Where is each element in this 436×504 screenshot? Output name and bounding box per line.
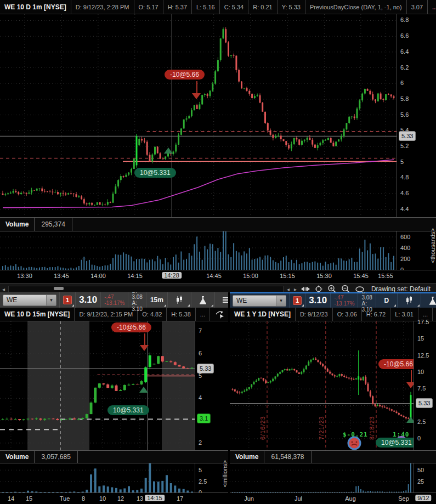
bid-value: B: 3.08: [361, 292, 372, 301]
open-cell: O: 3.06: [333, 308, 362, 321]
volume-unit: <thousands>: [429, 228, 436, 263]
price-tick: 2.5: [417, 418, 426, 425]
time-tick: 8: [82, 495, 85, 502]
time-tick: 14: [8, 495, 14, 502]
symbol-text: WE: [3, 296, 46, 304]
chart-title: WE 1 Y 1D [NYSE]: [230, 308, 296, 321]
price-chart-1m[interactable]: -10@5.66 10@5.331: [0, 14, 397, 217]
volume-chart-15m: [0, 463, 195, 492]
close-cell: C: 5.34: [220, 0, 248, 14]
time-axis-row: 13:3013:4514:0014:1514:2814:4515:0015:15…: [0, 270, 436, 283]
chart-type-button[interactable]: [398, 293, 421, 308]
step-right-icon[interactable]: ▸: [293, 286, 298, 292]
time-tick: Sep: [398, 495, 409, 502]
time-tick: Tue: [60, 495, 70, 502]
sell-order-bubble[interactable]: -10@5.66: [378, 359, 414, 369]
menu-button[interactable]: [215, 292, 228, 308]
volume-tick: 600: [400, 234, 410, 240]
crosshair-icon[interactable]: [313, 285, 324, 292]
price-tick: 7: [199, 327, 202, 334]
scroll-left-icon[interactable]: ◂: [1, 286, 6, 292]
pan-icon[interactable]: [300, 286, 311, 292]
trading-platform: WE 10 D 1m [NYSE] D: 9/12/23, 2:28 PM O:…: [0, 0, 436, 504]
time-crosshair-badge: 14:15: [145, 495, 165, 501]
chevron-down-icon[interactable]: ▾: [46, 295, 56, 305]
chart-type-button[interactable]: [168, 292, 191, 308]
price-tick: 4.4: [400, 206, 409, 212]
symbol-toolbar: WE ▾ 1 3.10 -.47-13.17% B: 3.08A: 3.10 1…: [0, 292, 228, 308]
alert-flag-badge: 1: [63, 296, 72, 304]
time-tick: 17: [177, 495, 183, 502]
last-price: 3.10: [309, 295, 327, 306]
volume-tick: 50: [417, 467, 424, 473]
price-tick: 6.6: [400, 32, 409, 39]
bid-ask-cell: B: 3.08A: 3.10: [128, 292, 146, 308]
buy-order-bubble[interactable]: 10@5.331: [376, 438, 414, 448]
sell-order-bubble[interactable]: -10@5.66: [165, 70, 205, 80]
timeframe-button[interactable]: D: [376, 293, 398, 308]
price-tick: 4.6: [400, 190, 409, 196]
symbol-dropdown[interactable]: WE ▾: [3, 295, 56, 306]
ellipse-tool-icon[interactable]: [354, 286, 366, 293]
study-value: 3.07: [407, 0, 428, 14]
buy-order-bubble[interactable]: 10@5.331: [134, 168, 176, 178]
last-price-cell: 3.10: [76, 292, 101, 308]
price-tick: 12.5: [417, 352, 429, 359]
time-tick: 15:00: [243, 273, 258, 279]
alert-flag-badge: 1: [293, 296, 302, 305]
study-label[interactable]: PreviousDayClose (DAY, 1, -1, no): [305, 0, 407, 14]
pointer-tool-icon[interactable]: [433, 308, 436, 321]
volume-tick: 400: [400, 245, 410, 251]
chart-header: WE 10 D 15m [NYSE] D: 9/12/23, 2:15 PM O…: [0, 308, 228, 321]
price-tick: 5.8: [400, 95, 409, 102]
step-left-icon[interactable]: ◂: [286, 286, 291, 292]
volume-value: 295,374: [35, 218, 72, 231]
price-tick: 2: [199, 439, 202, 446]
more-button[interactable]: ...: [428, 0, 436, 14]
time-axis: 1415Tue810121314:1517: [0, 493, 228, 504]
drawing-set-selector[interactable]: Drawing set: Default: [368, 285, 435, 292]
volume-chart-daily: [230, 463, 414, 492]
time-tick: 15:15: [280, 273, 295, 279]
chart-scroll-row: ◂ ◂ ▸ Drawing set: Default: [0, 283, 436, 292]
price-axis: 6.86.66.46.265.85.65.45.254.84.64.45.33: [397, 14, 436, 217]
percent-change: -13.17%: [104, 300, 124, 306]
price-chart-daily[interactable]: 6/16/23 7/21/23 8/18/23 -10@5.66 $-0.21 …: [230, 321, 414, 450]
chevron-down-icon[interactable]: ▾: [276, 296, 286, 306]
time-axis: 13:3013:4514:0014:1514:2814:4515:0015:15…: [0, 270, 436, 283]
bid-value: B: 3.08: [132, 292, 142, 300]
symbol-dropdown[interactable]: WE ▾: [233, 295, 286, 307]
low-cell: L: 5.16: [192, 0, 220, 14]
price-tick: 6: [400, 80, 404, 86]
more-button[interactable]: ...: [196, 308, 210, 321]
date-cell: D: 9/12/23, 2:28 PM: [71, 0, 134, 14]
volume-label: Volume: [0, 218, 35, 231]
volume-label: Volume: [230, 451, 264, 463]
ask-value: A: 3.10: [361, 301, 372, 313]
flag-cell[interactable]: 1: [60, 292, 76, 308]
pointer-tool-icon[interactable]: [212, 308, 228, 321]
buy-order-bubble[interactable]: 10@5.331: [107, 405, 149, 415]
volume-label: Volume: [0, 451, 35, 463]
chart-header: WE 1 Y 1D [NYSE] D: 9/12/23 O: 3.06 H: 6…: [230, 308, 436, 321]
change-cell: -.47-13.17%: [331, 293, 358, 308]
chart-scrollbar[interactable]: [8, 286, 284, 292]
studies-flask-button[interactable]: [421, 293, 436, 308]
sell-order-bubble[interactable]: -10@5.66: [111, 322, 151, 332]
timeframe-button[interactable]: 15m: [146, 292, 168, 308]
zoom-in-icon[interactable]: [326, 285, 338, 292]
price-tick: 5: [400, 158, 404, 165]
price-tick: 6.2: [400, 64, 409, 71]
volume-tick: 200: [400, 256, 410, 262]
price-tick: 4: [199, 394, 202, 401]
net-change: -.47: [104, 294, 124, 300]
flag-cell[interactable]: 1: [290, 293, 305, 308]
price-chart-15m[interactable]: -10@5.66 10@5.331: [0, 321, 195, 450]
zoom-out-icon[interactable]: [340, 285, 352, 292]
studies-flask-button[interactable]: [191, 292, 215, 308]
time-axis: JunJulAugSep9/12: [230, 493, 436, 504]
scrollbar-thumb[interactable]: [54, 287, 64, 290]
time-tick: 10: [99, 495, 106, 502]
high-cell: H: 5.37: [163, 0, 192, 14]
price-tick: 0: [417, 435, 421, 441]
